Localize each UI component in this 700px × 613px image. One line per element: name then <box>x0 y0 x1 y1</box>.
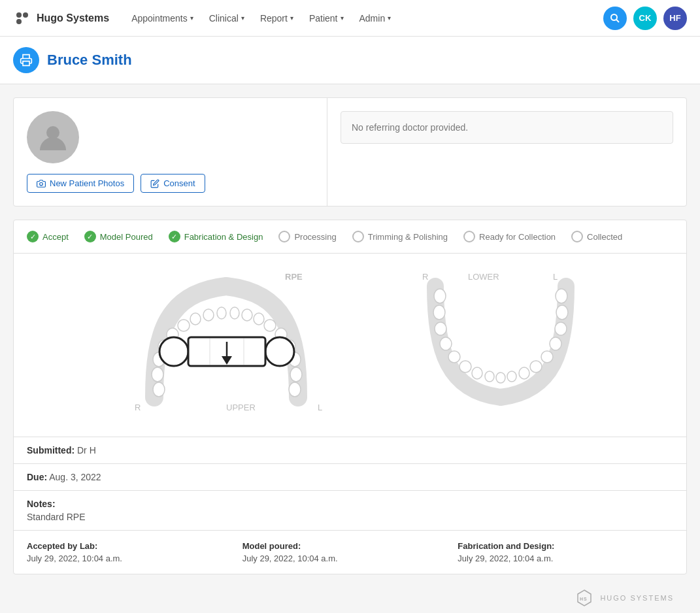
svg-point-18 <box>203 309 214 321</box>
status-ready-label: Ready for Collection <box>479 232 556 242</box>
nav-clinical[interactable]: Clinical ▾ <box>203 9 251 27</box>
svg-point-2 <box>16 19 22 24</box>
model-poured-value: July 29, 2022, 10:04 a.m. <box>242 554 338 563</box>
footer-brand-name: HUGO SYSTEMS <box>600 594 674 602</box>
check-icon: ✓ <box>84 231 96 242</box>
upper-arch-diagram: RPE R UPPER L <box>115 267 390 423</box>
accepted-col: Accepted by Lab: July 29, 2022, 10:04 a.… <box>27 541 242 563</box>
print-button[interactable] <box>13 47 39 73</box>
notes-value: Standard RPE <box>27 512 673 522</box>
consent-button[interactable]: Consent <box>141 174 205 193</box>
svg-point-17 <box>190 313 201 325</box>
lower-arch-diagram: R LOWER L <box>416 267 586 423</box>
user-hf-avatar[interactable]: HF <box>663 7 687 30</box>
svg-point-54 <box>556 305 568 320</box>
svg-text:RPE: RPE <box>285 272 303 282</box>
submitted-label: Submitted: <box>27 445 75 456</box>
patient-card: New Patient Photos Consent No referring … <box>13 97 687 207</box>
svg-point-21 <box>242 309 252 321</box>
svg-point-23 <box>264 320 276 331</box>
no-doctor-message: No referring doctor provided. <box>341 111 673 144</box>
svg-point-3 <box>611 14 617 20</box>
nav-links: Appointments ▾ Clinical ▾ Report ▾ Patie… <box>125 9 588 27</box>
due-row: Due: Aug. 3, 2022 <box>14 463 686 490</box>
svg-point-6 <box>40 182 43 186</box>
svg-point-41 <box>435 322 446 335</box>
status-accept-label: Accept <box>42 232 69 242</box>
patient-photo-section: New Patient Photos Consent <box>14 98 327 206</box>
notes-row: Notes:Standard RPE <box>14 490 686 530</box>
nav-report[interactable]: Report ▾ <box>254 9 300 27</box>
svg-point-47 <box>496 373 505 383</box>
status-processing[interactable]: Processing <box>278 231 352 242</box>
timestamps-row: Accepted by Lab: July 29, 2022, 10:04 a.… <box>14 530 686 574</box>
svg-point-50 <box>530 361 542 373</box>
brand-logo[interactable]: Hugo Systems <box>13 9 109 27</box>
model-poured-label: Model poured: <box>242 541 458 551</box>
accepted-value: July 29, 2022, 10:04 a.m. <box>27 554 122 563</box>
accepted-label: Accepted by Lab: <box>27 541 242 551</box>
submitted-row: Submitted: Dr H <box>14 437 686 463</box>
pencil-icon <box>150 179 159 188</box>
patient-header: Bruce Smith <box>0 37 700 84</box>
svg-point-22 <box>254 313 264 325</box>
status-ready[interactable]: Ready for Collection <box>463 231 571 242</box>
status-fabrication-label: Fabrication & Design <box>184 232 263 242</box>
user-ck-avatar[interactable]: CK <box>633 7 657 30</box>
status-accept[interactable]: ✓ Accept <box>27 231 84 242</box>
doctor-section: No referring doctor provided. <box>327 98 686 206</box>
chevron-down-icon: ▾ <box>290 14 293 22</box>
status-processing-label: Processing <box>294 232 336 242</box>
svg-point-27 <box>290 367 302 382</box>
camera-icon <box>37 179 46 188</box>
brand-icon <box>13 9 31 27</box>
svg-text:R: R <box>422 272 428 282</box>
lab-order-card: ✓ Accept ✓ Model Poured ✓ Fabrication & … <box>13 220 687 574</box>
person-icon <box>37 121 69 154</box>
status-collected[interactable]: Collected <box>571 231 638 242</box>
svg-point-52 <box>550 337 561 350</box>
svg-point-28 <box>289 382 301 397</box>
empty-circle-icon <box>278 231 290 242</box>
fab-design-value: July 29, 2022, 10:04 a.m. <box>458 554 553 563</box>
empty-circle-icon <box>463 231 475 242</box>
photo-actions: New Patient Photos Consent <box>27 174 314 193</box>
svg-point-12 <box>152 367 163 382</box>
svg-point-40 <box>433 305 445 320</box>
svg-point-29 <box>159 337 188 366</box>
svg-point-30 <box>265 337 294 366</box>
svg-point-48 <box>507 371 516 382</box>
svg-point-45 <box>472 367 482 379</box>
empty-circle-icon <box>352 231 364 242</box>
patient-name: Bruce Smith <box>47 52 132 69</box>
new-photos-button[interactable]: New Patient Photos <box>27 174 134 193</box>
status-model-poured-label: Model Poured <box>100 232 153 242</box>
nav-patient[interactable]: Patient ▾ <box>303 9 350 27</box>
status-collected-label: Collected <box>587 232 622 242</box>
navbar: Hugo Systems Appointments ▾ Clinical ▾ R… <box>0 0 700 37</box>
chevron-down-icon: ▾ <box>190 14 193 22</box>
svg-point-39 <box>434 289 446 303</box>
check-icon: ✓ <box>169 231 180 242</box>
empty-circle-icon <box>571 231 583 242</box>
fab-design-col: Fabrication and Design: July 29, 2022, 1… <box>458 541 673 563</box>
nav-appointments[interactable]: Appointments ▾ <box>125 9 200 27</box>
svg-text:L: L <box>553 272 558 282</box>
svg-point-42 <box>440 337 452 350</box>
print-icon <box>20 54 33 67</box>
due-label: Due: <box>27 472 47 482</box>
status-bar: ✓ Accept ✓ Model Poured ✓ Fabrication & … <box>14 220 686 254</box>
nav-admin[interactable]: Admin ▾ <box>353 9 398 27</box>
status-model-poured[interactable]: ✓ Model Poured <box>84 231 169 242</box>
patient-avatar <box>27 111 79 163</box>
status-fabrication[interactable]: ✓ Fabrication & Design <box>169 231 279 242</box>
svg-text:HS: HS <box>580 597 588 601</box>
search-button[interactable] <box>603 7 627 30</box>
due-value: Aug. 3, 2022 <box>49 472 101 482</box>
status-polishing[interactable]: Trimming & Polishing <box>352 231 463 242</box>
footer-logo-icon: HS <box>574 588 595 608</box>
chevron-down-icon: ▾ <box>241 14 244 22</box>
chevron-down-icon: ▾ <box>341 14 344 22</box>
submitted-value: Dr H <box>77 445 96 456</box>
footer: HS HUGO SYSTEMS <box>13 574 687 613</box>
